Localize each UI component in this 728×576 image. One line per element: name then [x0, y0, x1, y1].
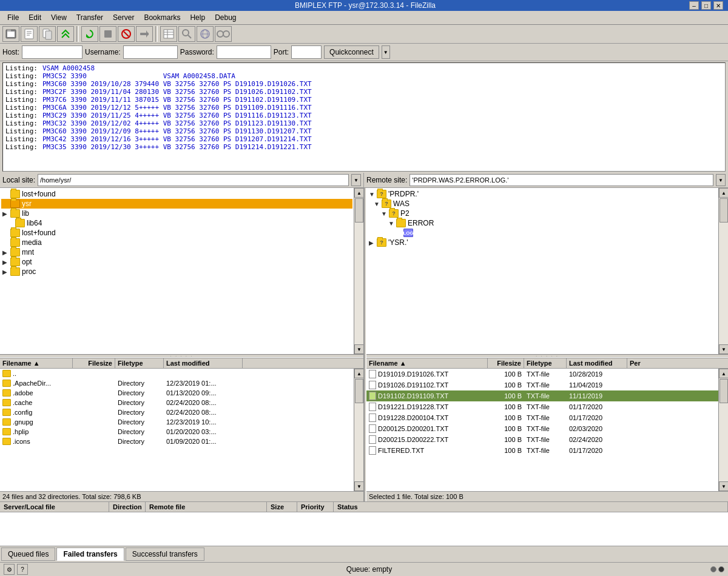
- tb-compare[interactable]: [215, 26, 232, 42]
- file-row-adobe[interactable]: .adobe Directory 01/13/2020 09:...: [0, 388, 354, 398]
- menu-bookmarks[interactable]: Bookmarks: [139, 12, 185, 23]
- local-tree-media[interactable]: media: [1, 238, 352, 247]
- col-filename-remote[interactable]: Filename ▲: [366, 358, 488, 368]
- scroll-up[interactable]: ▲: [354, 369, 363, 378]
- local-site-input[interactable]: [38, 174, 349, 186]
- remote-tree-was[interactable]: ▼ ? WAS: [368, 199, 717, 209]
- scroll-thumb[interactable]: [355, 379, 363, 403]
- help-icon[interactable]: ?: [17, 564, 28, 575]
- tb-btn-2[interactable]: [21, 26, 38, 42]
- scroll-down[interactable]: ▼: [354, 344, 363, 354]
- remote-files-scrollbar[interactable]: ▲ ▼: [718, 369, 728, 491]
- local-tree-scrollbar[interactable]: ▲ ▼: [354, 188, 363, 354]
- scroll-track[interactable]: [354, 198, 363, 344]
- col-filename[interactable]: Filename ▲: [0, 358, 73, 368]
- remote-site-dropdown[interactable]: ▼: [716, 174, 726, 186]
- tb-stop[interactable]: [99, 26, 116, 42]
- scroll-up[interactable]: ▲: [719, 369, 728, 378]
- remote-tree-prdpr[interactable]: ▼ ? 'PRDPR.': [368, 189, 717, 199]
- tab-failed-transfers[interactable]: Failed transfers: [56, 548, 124, 561]
- file-row-dotdot[interactable]: ..: [0, 369, 354, 378]
- remote-file-row-6[interactable]: D200125.D200201.TXT 100 B TXT-file 02/03…: [366, 423, 718, 434]
- file-row-hplip[interactable]: .hplip Directory 01/20/2020 03:...: [0, 427, 354, 437]
- remote-tree-scrollbar[interactable]: ▲ ▼: [718, 188, 728, 354]
- local-tree-mnt[interactable]: ▶ mnt: [1, 247, 352, 257]
- tb-cancel[interactable]: [118, 26, 135, 42]
- local-tree-lost-found-1[interactable]: lost+found: [1, 189, 352, 199]
- tab-successful-transfers[interactable]: Successful transfers: [126, 548, 204, 561]
- remote-file-row-5[interactable]: D191228.D200104.TXT 100 B TXT-file 01/17…: [366, 412, 718, 423]
- remote-site-input[interactable]: [410, 174, 713, 186]
- remote-tree-p2[interactable]: ▼ ? P2: [368, 209, 717, 218]
- tb-refresh[interactable]: [81, 26, 98, 42]
- local-tree-lib64[interactable]: lib64: [1, 218, 352, 228]
- menu-view[interactable]: View: [46, 12, 72, 23]
- quickconnect-dropdown[interactable]: ▼: [382, 45, 390, 59]
- file-row-gnupg[interactable]: .gnupg Directory 12/23/2019 10:...: [0, 417, 354, 427]
- scroll-track[interactable]: [719, 198, 728, 344]
- col-perm-remote[interactable]: Per: [627, 358, 652, 368]
- quickconnect-button[interactable]: Quickconnect: [324, 45, 379, 59]
- scroll-down[interactable]: ▼: [719, 481, 728, 491]
- tb-queue-view[interactable]: [160, 26, 177, 42]
- local-tree-lib[interactable]: ▶ lib: [1, 209, 352, 218]
- remote-file-row-3[interactable]: D191102.D191109.TXT 100 B TXT-file 11/11…: [366, 390, 718, 401]
- scroll-thumb[interactable]: [720, 198, 728, 223]
- menu-edit[interactable]: Edit: [24, 12, 46, 23]
- scroll-thumb[interactable]: [355, 198, 363, 223]
- close-button[interactable]: ✕: [713, 1, 723, 10]
- local-files-scrollbar[interactable]: ▲ ▼: [354, 369, 363, 491]
- local-tree-ysr[interactable]: ysr: [1, 199, 352, 209]
- tb-search[interactable]: [178, 26, 195, 42]
- menu-file[interactable]: File: [2, 12, 24, 23]
- remote-file-row-8[interactable]: FILTERED.TXT 100 B TXT-file 01/17/2020: [366, 445, 718, 456]
- scroll-up[interactable]: ▲: [354, 188, 363, 198]
- port-input[interactable]: [291, 45, 322, 59]
- local-tree-proc[interactable]: ▶ proc: [1, 267, 352, 276]
- col-filesize[interactable]: Filesize: [73, 358, 115, 368]
- col-lastmod-remote[interactable]: Last modified: [567, 358, 627, 368]
- file-row-apachedir[interactable]: .ApacheDir... Directory 12/23/2019 01:..…: [0, 378, 354, 388]
- scroll-track[interactable]: [719, 378, 728, 481]
- scroll-thumb[interactable]: [720, 379, 728, 403]
- username-input[interactable]: [123, 45, 178, 59]
- minimize-button[interactable]: –: [689, 1, 699, 10]
- remote-tree-log[interactable]: LOG: [368, 228, 717, 238]
- tb-disconnect[interactable]: [136, 26, 153, 42]
- site-manager-button[interactable]: [2, 26, 19, 42]
- menu-help[interactable]: Help: [185, 12, 210, 23]
- remote-file-row-1[interactable]: D191019.D191026.TXT 100 B TXT-file 10/28…: [366, 369, 718, 380]
- file-row-config[interactable]: .config Directory 02/24/2020 08:...: [0, 407, 354, 417]
- remote-tree-error[interactable]: ▼ ERROR: [368, 218, 717, 228]
- menu-server[interactable]: Server: [108, 12, 139, 23]
- local-tree-opt[interactable]: ▶ opt: [1, 257, 352, 267]
- remote-file-row-7[interactable]: D200215.D200222.TXT 100 B TXT-file 02/24…: [366, 434, 718, 445]
- tb-network[interactable]: [197, 26, 214, 42]
- file-row-icons[interactable]: .icons Directory 01/09/2020 01:...: [0, 437, 354, 446]
- col-filetype[interactable]: Filetype: [115, 358, 164, 368]
- menu-transfer[interactable]: Transfer: [72, 12, 108, 23]
- file-row-cache[interactable]: .cache Directory 02/24/2020 08:...: [0, 398, 354, 407]
- scroll-down[interactable]: ▼: [719, 344, 728, 354]
- remote-tree-ysr[interactable]: ▶ ? 'YSR.': [368, 238, 717, 247]
- local-site-dropdown[interactable]: ▼: [351, 174, 361, 186]
- password-input[interactable]: [217, 45, 271, 59]
- expand-arrow: ▼: [381, 210, 387, 217]
- col-filetype-remote[interactable]: Filetype: [524, 358, 567, 368]
- settings-icon[interactable]: ⚙: [4, 564, 15, 575]
- host-input[interactable]: [22, 45, 83, 59]
- tab-queued-files[interactable]: Queued files: [1, 548, 55, 561]
- menu-debug[interactable]: Debug: [210, 12, 241, 23]
- local-tree-lost-found-2[interactable]: lost+found: [1, 228, 352, 238]
- col-lastmod[interactable]: Last modified: [164, 358, 243, 368]
- remote-file-row-4[interactable]: D191221.D191228.TXT 100 B TXT-file 01/17…: [366, 401, 718, 412]
- col-filesize-remote[interactable]: Filesize: [488, 358, 524, 368]
- tb-btn-3[interactable]: [39, 26, 56, 42]
- scroll-down[interactable]: ▼: [354, 481, 363, 491]
- scroll-track[interactable]: [354, 378, 363, 481]
- tb-btn-4[interactable]: [57, 26, 74, 42]
- queue-col-remote: Remote file: [146, 502, 267, 512]
- maximize-button[interactable]: □: [701, 1, 711, 10]
- remote-file-row-2[interactable]: D191026.D191102.TXT 100 B TXT-file 11/04…: [366, 380, 718, 390]
- scroll-up[interactable]: ▲: [719, 188, 728, 198]
